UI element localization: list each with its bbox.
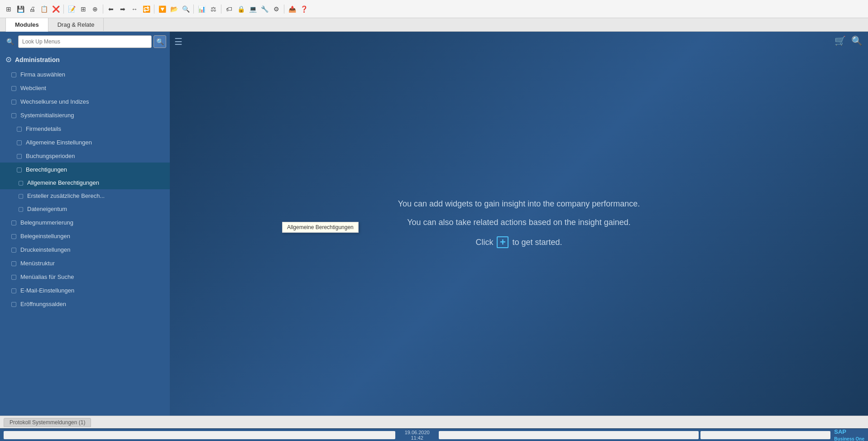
firma-icon: ▢ <box>11 71 17 78</box>
tab-modules[interactable]: Modules <box>5 18 48 32</box>
firmendetails-label: Firmendetails <box>26 125 61 132</box>
sidebar-item-wechselkurse[interactable]: ▢ Wechselkurse und Indizes <box>0 95 170 108</box>
dateneigentum-label: Dateneigentum <box>27 206 67 212</box>
sidebar-item-administration[interactable]: ⊙ Administration <box>0 52 170 67</box>
menualias-icon: ▢ <box>11 273 17 280</box>
sidebar-item-ersteller[interactable]: ▢ Ersteller zusätzliche Berech... <box>0 189 170 202</box>
status-bar: Protokoll Systemmeldungen (1) <box>0 416 868 428</box>
content-message: You can add widgets to gain insight into… <box>398 199 640 248</box>
sidebar-item-dateneigentum[interactable]: ▢ Dateneigentum <box>0 202 170 216</box>
module-tabs: Modules Drag & Relate <box>0 18 868 32</box>
toolbar: ⊞ 💾 🖨 📋 ❌ 📝 ⊞ ⊕ ⬅ ➡ ↔ 🔁 🔽 📂 🔍 📊 ⚖ 🏷 🔒 💻 … <box>0 0 868 18</box>
sidebar-item-email[interactable]: ▢ E-Mail-Einstellungen <box>0 283 170 297</box>
druckeinstellungen-icon: ▢ <box>11 246 17 253</box>
cart-icon[interactable]: 🛒 <box>834 35 846 46</box>
firmendetails-icon: ▢ <box>16 125 22 132</box>
sidebar-item-systeminitialisierung[interactable]: ▢ Systeminitialisierung <box>0 108 170 122</box>
sidebar-item-berechtigungen[interactable]: ▢ Berechtigungen <box>0 163 170 176</box>
bottom-bar-right-segments <box>439 431 830 439</box>
toolbar-icon-swap[interactable]: ↔ <box>129 4 139 14</box>
belegeinstellungen-label: Belegeinstellungen <box>20 233 70 240</box>
toolbar-icon-edit[interactable]: 📝 <box>67 4 77 14</box>
search-button[interactable]: 🔍 <box>153 35 166 48</box>
toolbar-icon-tag[interactable]: 🏷 <box>224 4 234 14</box>
allg-berech-icon: ▢ <box>18 179 24 186</box>
toolbar-icon-wrench[interactable]: 🔧 <box>259 4 269 14</box>
toolbar-icon-help[interactable]: ❓ <box>299 4 309 14</box>
wechselkurse-label: Wechselkurse und Indizes <box>20 98 89 105</box>
sidebar-item-druckeinstellungen[interactable]: ▢ Druckeinstellungen <box>0 243 170 256</box>
buchungsperioden-label: Buchungsperioden <box>26 153 75 159</box>
sidebar-item-webclient[interactable]: ▢ Webclient <box>0 81 170 95</box>
toolbar-icon-lock[interactable]: 🔒 <box>236 4 246 14</box>
toolbar-icon-refresh[interactable]: 🔁 <box>141 4 151 14</box>
ersteller-label: Ersteller zusätzliche Berech... <box>27 192 105 199</box>
toolbar-separator-4 <box>193 5 194 14</box>
status-tab-protokoll[interactable]: Protokoll Systemmeldungen (1) <box>4 418 91 427</box>
toolbar-icon-forward[interactable]: ➡ <box>118 4 128 14</box>
belegeinstellungen-icon: ▢ <box>11 232 17 240</box>
toolbar-icon-print[interactable]: 🖨 <box>27 4 37 14</box>
toolbar-icon-chart[interactable]: 📊 <box>197 4 206 14</box>
content-click-row: Click + to get started. <box>398 236 640 248</box>
tab-drag-relate[interactable]: Drag & Relate <box>48 18 104 32</box>
webclient-label: Webclient <box>20 85 46 91</box>
sidebar-item-buchungsperioden[interactable]: ▢ Buchungsperioden <box>0 149 170 163</box>
toolbar-icon-copy[interactable]: 📋 <box>39 4 49 14</box>
allgemeine-einstellungen-icon: ▢ <box>16 139 22 146</box>
click-after: to get started. <box>512 238 562 247</box>
toolbar-separator-5 <box>221 5 221 14</box>
firma-label: Firma auswählen <box>20 71 65 78</box>
sidebar: 🔍 🔍 ⊙ Administration ▢ Firma auswählen ▢… <box>0 32 170 416</box>
wechselkurse-icon: ▢ <box>11 98 17 105</box>
click-before: Click <box>475 238 493 247</box>
toolbar-icon-add[interactable]: ⊕ <box>90 4 100 14</box>
hamburger-button[interactable]: ☰ <box>174 36 182 47</box>
sidebar-item-menustruktur[interactable]: ▢ Menüstruktur <box>0 256 170 270</box>
right-icons-container: 🛒 🔍 <box>834 35 863 46</box>
sidebar-item-belegnummerierung[interactable]: ▢ Belegnummerierung <box>0 216 170 229</box>
sidebar-item-menualias[interactable]: ▢ Menüalias für Suche <box>0 270 170 283</box>
buchungsperioden-icon: ▢ <box>16 152 22 159</box>
webclient-icon: ▢ <box>11 84 17 91</box>
eroffnungssalden-icon: ▢ <box>11 300 17 307</box>
sidebar-item-firma[interactable]: ▢ Firma auswählen <box>0 67 170 81</box>
dateneigentum-icon: ▢ <box>18 206 24 212</box>
toolbar-icon-balance[interactable]: ⚖ <box>208 4 218 14</box>
toolbar-icon-filter[interactable]: 🔽 <box>157 4 167 14</box>
plus-icon[interactable]: + <box>497 236 508 248</box>
toolbar-icon-close[interactable]: ❌ <box>51 4 61 14</box>
berechtigungen-label: Berechtigungen <box>26 166 67 173</box>
sidebar-item-eroffnungssalden[interactable]: ▢ Eröffnungssalden <box>0 297 170 311</box>
eroffnungssalden-label: Eröffnungssalden <box>20 301 66 307</box>
sidebar-item-firmendetails[interactable]: ▢ Firmendetails <box>0 122 170 135</box>
toolbar-icon-export[interactable]: 📤 <box>287 4 297 14</box>
toolbar-icon-search[interactable]: 🔍 <box>181 4 191 14</box>
bottom-seg-2 <box>700 431 830 439</box>
search-input[interactable] <box>18 35 152 48</box>
sidebar-item-allgemeine-einstellungen[interactable]: ▢ Allgemeine Einstellungen <box>0 135 170 149</box>
content-line1: You can add widgets to gain insight into… <box>398 199 640 209</box>
sidebar-item-belegeinstellungen[interactable]: ▢ Belegeinstellungen <box>0 229 170 243</box>
belegnummerierung-label: Belegnummerierung <box>20 219 73 226</box>
toolbar-icon-settings[interactable]: ⚙ <box>271 4 281 14</box>
toolbar-icon-grid[interactable]: ⊞ <box>4 4 14 14</box>
sap-logo: SAPBusiness One <box>834 428 864 441</box>
search-icon-top[interactable]: 🔍 <box>851 35 863 46</box>
toolbar-icon-monitor[interactable]: 💻 <box>248 4 258 14</box>
content-area: ☰ 🛒 🔍 You can add widgets to gain insigh… <box>170 32 868 416</box>
menustruktur-label: Menüstruktur <box>20 260 55 267</box>
content-line2: You can also take related actions based … <box>398 218 640 227</box>
search-icon-left: 🔍 <box>4 35 16 48</box>
toolbar-icon-save[interactable]: 💾 <box>15 4 25 14</box>
administration-label: Administration <box>15 56 60 63</box>
sidebar-item-allgemeine-berechtigungen[interactable]: ▢ Allgemeine Berechtigungen <box>0 176 170 189</box>
sidebar-search-container: 🔍 🔍 <box>0 32 170 52</box>
toolbar-icon-back[interactable]: ⬅ <box>106 4 116 14</box>
allgemeine-einstellungen-label: Allgemeine Einstellungen <box>26 139 92 146</box>
systemini-icon: ▢ <box>11 111 17 119</box>
toolbar-icon-folder[interactable]: 📂 <box>169 4 179 14</box>
toolbar-icon-layout[interactable]: ⊞ <box>78 4 88 14</box>
sidebar-menu: ⊙ Administration ▢ Firma auswählen ▢ Web… <box>0 52 170 416</box>
toolbar-separator-6 <box>284 5 284 14</box>
